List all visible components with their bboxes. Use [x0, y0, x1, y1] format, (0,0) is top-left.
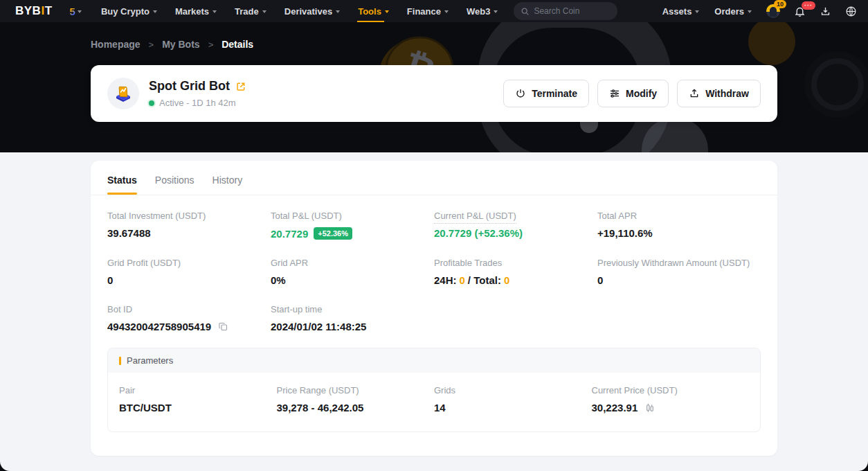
- nav-label: Assets: [662, 6, 692, 17]
- nav-label: Finance: [407, 6, 441, 17]
- terminate-button[interactable]: Terminate: [503, 80, 589, 107]
- tab-history[interactable]: History: [213, 175, 243, 195]
- stat-value: +19,110.6%: [597, 227, 761, 239]
- chevron-down-icon: [695, 10, 699, 13]
- nav-label: Orders: [714, 6, 744, 17]
- profile-avatar[interactable]: 10: [766, 4, 780, 18]
- chevron-down-icon: [78, 10, 82, 13]
- chevron-down-icon: [385, 10, 389, 13]
- tab-positions[interactable]: Positions: [155, 175, 195, 195]
- param-value: 39,278 - 46,242.05: [277, 402, 435, 414]
- param-label: Current Price (USDT): [592, 385, 750, 396]
- chevron-down-icon: [494, 10, 498, 13]
- anniversary-5-menu[interactable]: 5: [69, 0, 82, 22]
- section-accent-bar: [119, 357, 121, 365]
- status-stats-grid: Total Investment (USDT) 39.67488 Total P…: [107, 195, 761, 332]
- nav-item-markets[interactable]: Markets: [174, 0, 217, 22]
- logo-text: BYB: [15, 4, 41, 17]
- chevron-down-icon: [213, 10, 217, 13]
- nav-item-finance[interactable]: Finance: [406, 0, 449, 22]
- stat-grid-profit: Grid Profit (USDT) 0: [107, 258, 271, 286]
- nav-item-web3[interactable]: Web3: [466, 0, 498, 22]
- bybit-logo[interactable]: BYBIT: [15, 4, 53, 18]
- copy-icon[interactable]: [218, 321, 228, 332]
- search-input[interactable]: [534, 6, 611, 16]
- nav-item-trade[interactable]: Trade: [234, 0, 267, 22]
- candlestick-chart-icon[interactable]: [644, 402, 655, 414]
- nav-item-derivatives[interactable]: Derivatives: [284, 0, 341, 22]
- power-icon: [515, 88, 526, 99]
- page-content: Status Positions History Total Investmen…: [0, 152, 868, 471]
- param-grids: Grids 14: [434, 385, 592, 414]
- modify-label: Modify: [626, 88, 657, 99]
- withdraw-label: Withdraw: [705, 88, 749, 99]
- chevron-down-icon: [262, 10, 266, 13]
- sliders-icon: [609, 88, 620, 99]
- language-selector[interactable]: [845, 6, 857, 17]
- chevron-down-icon: [748, 10, 752, 13]
- stat-value: 0%: [271, 274, 434, 286]
- trades-24h-label: 24H:: [434, 274, 457, 286]
- stat-label: Profitable Trades: [434, 258, 597, 268]
- param-value: 30,223.91: [592, 402, 638, 414]
- nav-item-tools[interactable]: Tools: [357, 0, 390, 22]
- stat-label: Grid Profit (USDT): [107, 258, 271, 268]
- stat-label: Total P&L (USDT): [271, 211, 434, 221]
- stat-label-tooltip[interactable]: Current P&L (USDT): [434, 211, 516, 224]
- nav-label: Trade: [235, 6, 259, 17]
- withdraw-button[interactable]: Withdraw: [677, 80, 761, 107]
- chevron-down-icon: [336, 10, 340, 13]
- breadcrumb-my-bots[interactable]: My Bots: [162, 39, 199, 50]
- nav-item-assets[interactable]: Assets: [662, 0, 700, 22]
- parameters-header: Parameters: [108, 348, 760, 373]
- param-label: Price Range (USDT): [277, 385, 435, 396]
- nav-item-orders[interactable]: Orders: [714, 0, 752, 22]
- stat-label: Total Investment (USDT): [107, 211, 271, 221]
- logo-text-end: T: [45, 4, 53, 17]
- breadcrumb-separator: >: [149, 39, 154, 50]
- stat-total-apr: Total APR +19,110.6%: [597, 211, 761, 240]
- main-menu: Buy Crypto Markets Trade Derivatives Too…: [100, 0, 499, 22]
- bot-header-card: Spot Grid Bot Active - 1D 1h 42m Termina…: [91, 65, 777, 122]
- stat-label: Start-up time: [271, 304, 434, 314]
- breadcrumb: Homepage > My Bots > Details: [91, 22, 777, 50]
- breadcrumb-current: Details: [221, 39, 253, 50]
- hero-banner: ₿ Homepage > My Bot: [0, 22, 868, 152]
- search-box[interactable]: [514, 2, 617, 20]
- stat-current-pl: Current P&L (USDT) 20.7729 (+52.36%): [434, 211, 597, 240]
- breadcrumb-homepage[interactable]: Homepage: [91, 39, 141, 50]
- chevron-down-icon: [153, 10, 157, 13]
- download-icon: [820, 6, 831, 17]
- nav-label: Buy Crypto: [101, 6, 150, 17]
- stat-label: Total APR: [597, 211, 761, 221]
- nav-item-buy-crypto[interactable]: Buy Crypto: [100, 0, 158, 22]
- chevron-down-icon: [444, 10, 449, 13]
- stat-label: Grid APR: [271, 258, 434, 268]
- trades-24h-value: 0: [460, 274, 465, 286]
- param-label: Pair: [119, 385, 277, 396]
- download-app-button[interactable]: [820, 6, 831, 17]
- pl-percent-badge: +52.36%: [314, 227, 352, 240]
- alert-count-badge: ···: [802, 1, 815, 10]
- notifications-bell[interactable]: ···: [794, 6, 806, 17]
- tab-status[interactable]: Status: [107, 175, 137, 195]
- stat-startup-time: Start-up time 2024/01/02 11:48:25: [271, 304, 434, 332]
- stat-profitable-trades: Profitable Trades 24H: 0 / Total: 0: [434, 258, 597, 286]
- globe-icon: [845, 6, 857, 17]
- details-tabs: Status Positions History: [107, 175, 761, 195]
- nav-label: Derivatives: [284, 6, 332, 17]
- param-label: Grids: [434, 385, 592, 396]
- external-link-icon[interactable]: [235, 81, 246, 92]
- parameters-title: Parameters: [127, 355, 173, 366]
- param-current-price: Current Price (USDT) 30,223.91: [592, 385, 750, 414]
- stat-total-investment: Total Investment (USDT) 39.67488: [107, 211, 271, 240]
- stat-total-pl: Total P&L (USDT) 20.7729 +52.36%: [271, 211, 434, 240]
- nav-label: Tools: [358, 6, 381, 17]
- stat-value: 20.7729: [271, 228, 308, 240]
- param-price-range: Price Range (USDT) 39,278 - 46,242.05: [277, 385, 435, 414]
- upload-icon: [689, 88, 700, 99]
- modify-button[interactable]: Modify: [597, 80, 669, 107]
- search-icon: [521, 7, 530, 16]
- stat-value: 39.67488: [107, 227, 271, 239]
- bybit-bot-details-page: BYBIT 5 Buy Crypto Markets Trade Derivat…: [0, 0, 868, 471]
